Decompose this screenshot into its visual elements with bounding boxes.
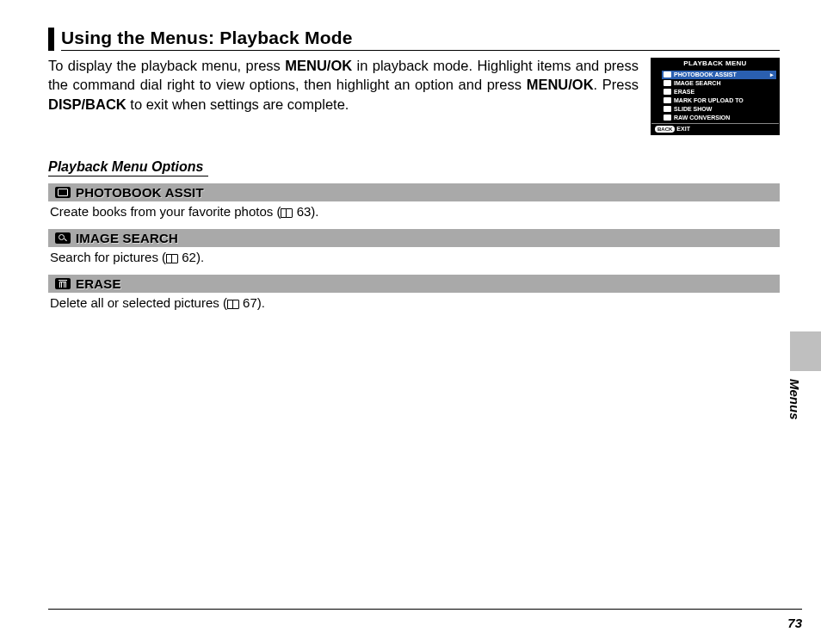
upload-icon [664, 97, 671, 103]
slideshow-icon [664, 106, 671, 112]
page-ref-icon [281, 208, 293, 217]
desc-text: Search for pictures ( [50, 250, 166, 264]
desc-text: Delete all or selected pictures ( [50, 295, 227, 310]
trash-icon [55, 278, 71, 289]
manual-page: Using the Menus: Playback Mode To displa… [0, 0, 821, 644]
option-label: PHOTOBOOK ASSIT [76, 185, 204, 200]
raw-icon [664, 115, 671, 121]
key-menuok: MENU/OK [527, 77, 594, 92]
trash-icon [664, 89, 671, 95]
option-label: ERASE [76, 276, 121, 291]
lcd-exit-label: EXIT [676, 126, 690, 132]
option-desc-erase: Delete all or selected pictures ( 67). [48, 293, 780, 317]
lcd-item-label: MARK FOR UPLOAD TO [674, 97, 744, 104]
lcd-screenshot: PLAYBACK MENU PHOTOBOOK ASSIST IMAGE SEA… [651, 58, 780, 135]
key-dispback: DISP/BACK [48, 96, 127, 112]
headline-wrap: Using the Menus: Playback Mode [48, 28, 780, 51]
lcd-item-upload: MARK FOR UPLOAD TO [662, 96, 776, 105]
lcd-item-label: SLIDE SHOW [674, 106, 712, 113]
back-pill: BACK [655, 126, 675, 133]
lcd-item-label: IMAGE SEARCH [674, 80, 720, 87]
lcd-item-photobook: PHOTOBOOK ASSIST [662, 71, 776, 79]
lcd-item-label: ERASE [674, 89, 694, 96]
desc-ref: 63 [293, 204, 311, 219]
lcd-menu-list: PHOTOBOOK ASSIST IMAGE SEARCH ERASE MARK… [651, 71, 779, 122]
intro-paragraph: To display the playback menu, press MENU… [48, 56, 639, 114]
lcd-item-label: RAW CONVERSION [674, 115, 730, 121]
options-subhead: Playback Menu Options [48, 159, 208, 176]
intro-seg: . Press [594, 77, 639, 92]
intro-seg: To display the playback menu, press [48, 58, 285, 73]
option-bar-erase: ERASE [48, 275, 780, 293]
intro-seg: to exit when settings are complete. [127, 96, 349, 112]
search-icon [55, 232, 71, 244]
option-bar-imagesearch: IMAGE SEARCH [48, 229, 780, 247]
desc-text: ). [257, 295, 265, 310]
page-ref-icon [227, 300, 239, 308]
desc-text: Create books from your favorite photos ( [50, 204, 281, 219]
option-desc-photobook: Create books from your favorite photos (… [48, 201, 780, 226]
desc-ref: 62 [178, 250, 196, 264]
key-menuok: MENU/OK [285, 58, 352, 73]
search-icon [664, 80, 671, 86]
book-icon [55, 187, 71, 198]
book-icon [664, 71, 671, 77]
page-ref-icon [166, 254, 178, 263]
lcd-item-raw: RAW CONVERSION [662, 114, 776, 122]
page-number: 73 [787, 616, 802, 630]
page-headline: Using the Menus: Playback Mode [61, 28, 780, 51]
desc-text: ). [311, 204, 318, 219]
section-tab [790, 331, 821, 371]
lcd-item-imagesearch: IMAGE SEARCH [662, 79, 776, 88]
lcd-footer: BACKEXIT [651, 123, 779, 133]
option-desc-imagesearch: Search for pictures ( 62). [48, 247, 780, 271]
lcd-item-erase: ERASE [662, 88, 776, 96]
option-bar-photobook: PHOTOBOOK ASSIT [48, 183, 780, 201]
desc-text: ). [196, 250, 204, 264]
lcd-item-slideshow: SLIDE SHOW [662, 105, 776, 114]
option-label: IMAGE SEARCH [76, 231, 178, 245]
lcd-title: PLAYBACK MENU [651, 59, 779, 71]
desc-ref: 67 [239, 295, 257, 310]
footer-rule [48, 609, 802, 610]
intro-row: To display the playback menu, press MENU… [48, 56, 780, 135]
section-label: Menus [787, 379, 802, 420]
lcd-item-label: PHOTOBOOK ASSIST [674, 71, 737, 78]
